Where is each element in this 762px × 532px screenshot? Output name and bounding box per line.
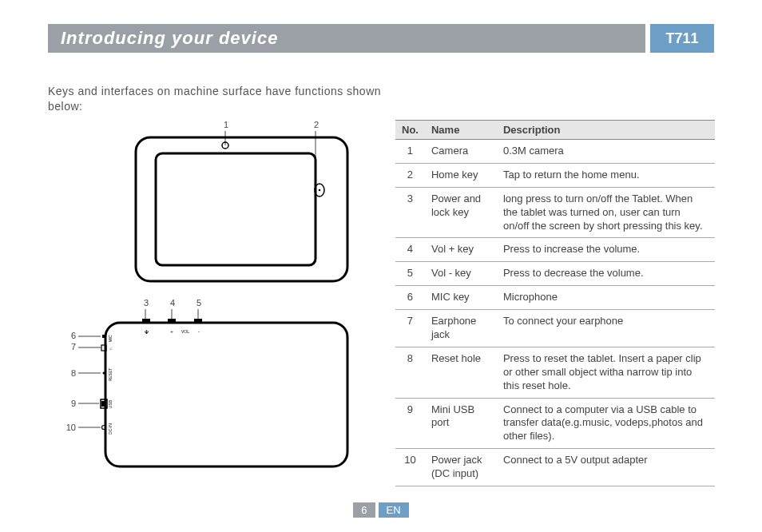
page-number: 6 <box>353 502 375 518</box>
cell-desc: Press to increase the volume. <box>497 238 715 262</box>
cell-no: 5 <box>395 262 425 286</box>
table-row: 10Power jack (DC input)Connect to a 5V o… <box>395 449 715 486</box>
cell-no: 9 <box>395 398 425 449</box>
cell-desc: Connect to a computer via a USB cable to… <box>497 398 715 449</box>
cell-name: Camera <box>425 140 497 164</box>
svg-text:DC-IN: DC-IN <box>108 423 113 435</box>
callout-6-label: 6 <box>71 331 76 340</box>
table-row: 9Mini USB portConnect to a computer via … <box>395 398 715 449</box>
page-header: Introducing your device T711 <box>48 24 714 53</box>
page-lang: EN <box>379 502 409 518</box>
model-code: T711 <box>650 24 714 53</box>
callout-4-label: 4 <box>170 298 175 308</box>
table-row: 1Camera0.3M camera <box>395 140 715 164</box>
cell-no: 6 <box>395 286 425 310</box>
svg-rect-16 <box>102 335 106 338</box>
callout-5-label: 5 <box>196 298 201 308</box>
cell-desc: Press to decrease the volume. <box>497 262 715 286</box>
svg-text:USB: USB <box>108 399 113 408</box>
svg-text:-: - <box>198 329 200 334</box>
svg-rect-3 <box>156 153 316 265</box>
callout-9-label: 9 <box>71 399 76 408</box>
cell-name: Home key <box>425 163 497 187</box>
table-row: 2Home keyTap to return the home menu. <box>395 163 715 187</box>
cell-desc: To connect your earphone <box>497 310 715 347</box>
cell-name: Power jack (DC input) <box>425 449 497 486</box>
svg-point-18 <box>103 372 105 375</box>
cell-desc: long press to turn on/off the Tablet. Wh… <box>497 187 715 238</box>
th-desc: Description <box>497 121 715 140</box>
svg-rect-11 <box>105 323 347 466</box>
callout-7-label: 7 <box>71 342 76 351</box>
table-row: 7Earphone jackTo connect your earphone <box>395 310 715 347</box>
table-header-row: No. Name Description <box>395 121 715 140</box>
cell-name: Vol + key <box>425 238 497 262</box>
callout-8-label: 8 <box>71 368 76 378</box>
table-row: 3Power and lock keylong press to turn on… <box>395 187 715 238</box>
cell-desc: Press to reset the tablet. Insert a pape… <box>497 347 715 398</box>
cell-no: 7 <box>395 310 425 347</box>
table-row: 5Vol - keyPress to decrease the volume. <box>395 262 715 286</box>
cell-desc: Microphone <box>497 286 715 310</box>
svg-text:+: + <box>170 329 173 334</box>
cell-no: 3 <box>395 187 425 238</box>
callout-10-label: 10 <box>66 423 76 432</box>
cell-name: Power and lock key <box>425 187 497 238</box>
th-no: No. <box>395 121 425 140</box>
svg-text:VOL: VOL <box>181 329 189 334</box>
cell-no: 4 <box>395 238 425 262</box>
svg-text:⏻: ⏻ <box>145 329 149 334</box>
svg-rect-20 <box>101 401 106 407</box>
cell-name: Mini USB port <box>425 398 497 449</box>
device-diagram: 1 2 3 4 5 ⏻ + VOL <box>48 120 359 471</box>
cell-name: Earphone jack <box>425 310 497 347</box>
cell-name: Vol - key <box>425 262 497 286</box>
front-view: 1 2 <box>136 120 347 281</box>
callout-3-label: 3 <box>144 298 149 308</box>
cell-desc: 0.3M camera <box>497 140 715 164</box>
callout-1-label: 1 <box>224 120 228 129</box>
cell-name: Reset hole <box>425 347 497 398</box>
keys-table: No. Name Description 1Camera0.3M camera2… <box>395 120 715 486</box>
cell-desc: Connect to a 5V output adapter <box>497 449 715 486</box>
cell-no: 8 <box>395 347 425 398</box>
table-row: 6MIC keyMicrophone <box>395 286 715 310</box>
intro-text: Keys and interfaces on machine surface h… <box>48 84 391 114</box>
svg-text:MIC: MIC <box>108 335 113 343</box>
table-row: 4Vol + keyPress to increase the volume. <box>395 238 715 262</box>
table-row: 8Reset holePress to reset the tablet. In… <box>395 347 715 398</box>
callout-2-label: 2 <box>314 120 319 129</box>
svg-text:∩: ∩ <box>108 347 113 351</box>
th-name: Name <box>425 121 497 140</box>
page-footer: 6 EN <box>0 502 762 518</box>
page-title: Introducing your device <box>48 24 645 53</box>
cell-desc: Tap to return the home menu. <box>497 163 715 187</box>
cell-no: 2 <box>395 163 425 187</box>
cell-no: 10 <box>395 449 425 486</box>
svg-point-4 <box>319 189 321 192</box>
cell-no: 1 <box>395 140 425 164</box>
rear-view: 3 4 5 ⏻ + VOL - MIC ∩ <box>66 298 347 466</box>
svg-text:RESET: RESET <box>108 368 113 382</box>
cell-name: MIC key <box>425 286 497 310</box>
